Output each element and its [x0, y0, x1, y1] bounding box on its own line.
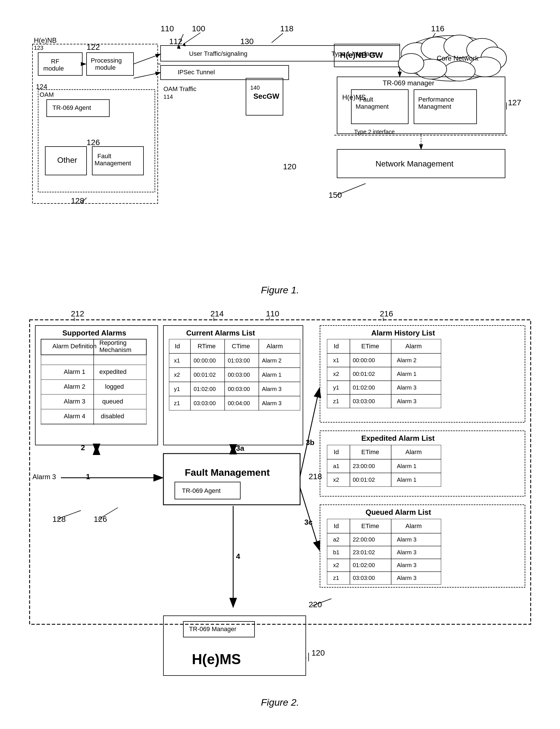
- svg-point-26: [398, 54, 424, 73]
- ca-r1-ctime: 01:03:00: [228, 358, 250, 364]
- ea-r1-id: a1: [333, 463, 339, 469]
- qa-r4-id: z1: [333, 575, 339, 581]
- ah-r4-id: z1: [333, 398, 339, 404]
- fig2-ref-128: 128: [52, 515, 66, 523]
- ca-r3-id: y1: [174, 386, 180, 392]
- ref-122: 122: [87, 43, 100, 52]
- ca-r1-alarm: Alarm 2: [262, 358, 282, 364]
- alarm3-input: Alarm 3: [32, 473, 56, 480]
- ah-r1-id: x1: [333, 357, 339, 364]
- ref-124: 124: [36, 83, 47, 91]
- figure1-diagram: 100 118 116 H(e)NB 123 RF module Process…: [24, 17, 536, 273]
- svg-line-33: [337, 184, 366, 195]
- step3c-label: 3c: [304, 518, 313, 526]
- step1-label: 1: [86, 472, 90, 481]
- ah-r3-id: y1: [333, 384, 339, 391]
- ea-id-header: Id: [334, 448, 339, 455]
- rf-module-label2: module: [43, 65, 64, 72]
- type2-label: Type 2 interface: [354, 129, 395, 135]
- oam-traffic-label: OAM Traffic: [163, 85, 196, 93]
- ca-r3-rtime: 01:02:00: [194, 386, 216, 392]
- ah-r3-etime: 01:02:00: [353, 384, 375, 391]
- step4-label: 4: [236, 552, 240, 560]
- fault-mgmt-center: Fault Management: [185, 467, 270, 478]
- ah-r4-alarm: Alarm 3: [397, 398, 417, 404]
- svg-rect-47: [30, 320, 531, 624]
- ca-alarm-header: Alarm: [266, 343, 283, 350]
- reporting-header: Reporting: [99, 339, 126, 346]
- qa-r2-alarm: Alarm 3: [397, 549, 417, 555]
- ref-127: 127: [508, 98, 521, 107]
- ea-alarm-header: Alarm: [405, 448, 422, 455]
- network-mgmt-label: Network Management: [376, 159, 454, 168]
- ca-r2-id: x2: [174, 371, 180, 378]
- ca-r1-rtime: 00:00:00: [194, 358, 216, 364]
- core-network-label: Core Network: [437, 54, 479, 62]
- ea-r2-etime: 00:01:02: [353, 476, 375, 483]
- ca-r4-rtime: 03:03:00: [194, 400, 216, 406]
- svg-line-2: [272, 33, 283, 43]
- ah-r1-alarm: Alarm 2: [397, 357, 417, 364]
- qa-r4-alarm: Alarm 3: [397, 575, 417, 581]
- ah-r2-alarm: Alarm 1: [397, 371, 417, 377]
- qa-r3-id: x2: [333, 562, 339, 568]
- ca-r2-rtime: 00:01:02: [194, 371, 216, 378]
- ca-id-header: Id: [175, 343, 180, 350]
- queued-title: Queued Alarm List: [366, 508, 431, 516]
- step3a-label: 3a: [236, 444, 244, 452]
- ah-etime-header: ETime: [361, 343, 379, 350]
- alarm2-cell: Alarm 2: [64, 383, 85, 390]
- qa-r3-alarm: Alarm 3: [397, 562, 417, 568]
- page: 100 118 116 H(e)NB 123 RF module Process…: [0, 0, 560, 729]
- ah-alarm-header: Alarm: [405, 343, 422, 350]
- qa-r1-alarm: Alarm 3: [397, 536, 417, 543]
- qa-id-header: Id: [334, 522, 339, 529]
- svg-rect-60: [41, 339, 94, 424]
- henb-label: H(e)NB: [34, 36, 57, 44]
- qa-r2-etime: 23:01:02: [353, 549, 375, 555]
- ah-id-header: Id: [334, 343, 339, 350]
- fig2-ref-126: 126: [94, 515, 107, 523]
- ea-r2-id: x2: [333, 476, 339, 483]
- mech4-cell: disabled: [101, 412, 124, 420]
- ca-r3-ctime: 00:03:00: [228, 386, 250, 392]
- mech3-cell: queued: [102, 398, 123, 405]
- svg-rect-5: [38, 53, 82, 75]
- ref-150: 150: [329, 191, 342, 200]
- ea-r2-alarm: Alarm 1: [397, 476, 417, 483]
- ref-140: 140: [250, 85, 260, 91]
- ref-123: 123: [34, 45, 43, 51]
- ca-r2-alarm: Alarm 1: [262, 371, 282, 378]
- svg-rect-83: [320, 326, 525, 422]
- ipsec-label: IPSec Tunnel: [178, 69, 215, 76]
- ea-r1-etime: 23:00:00: [353, 463, 375, 469]
- supported-alarms-title: Supported Alarms: [62, 329, 126, 337]
- perf-mgmt-label: Performance: [418, 96, 454, 103]
- ah-r4-etime: 03:03:00: [353, 398, 375, 404]
- fig2-ref-110: 110: [266, 309, 279, 318]
- ea-etime-header: ETime: [361, 448, 379, 455]
- ref-114: 114: [163, 94, 173, 100]
- alarm4-cell: Alarm 4: [64, 412, 85, 420]
- ref-100: 100: [192, 24, 205, 33]
- figure2-label: Figure 2.: [23, 697, 537, 708]
- fault-mgmt2-label: Fault: [359, 96, 373, 103]
- tr069-agent2: TR-069 Agent: [182, 487, 221, 494]
- ref-120: 120: [283, 162, 296, 171]
- ca-r3-alarm: Alarm 3: [262, 386, 282, 392]
- alarm3-cell: Alarm 3: [64, 398, 85, 405]
- fig2-ref-212: 212: [71, 309, 84, 318]
- ca-r2-ctime: 00:03:00: [228, 371, 250, 378]
- alarm1-cell: Alarm 1: [64, 368, 85, 375]
- hems2: H(e)MS: [192, 651, 241, 667]
- processing-label: Processing: [91, 57, 122, 64]
- fig2-ref-120: 120: [311, 648, 325, 657]
- svg-rect-125: [163, 453, 300, 505]
- ah-r2-etime: 00:01:02: [353, 371, 375, 377]
- step3b-label: 3b: [306, 438, 314, 447]
- step2-label: 2: [81, 443, 85, 452]
- fault-mgmt-label2: Management: [95, 160, 131, 167]
- tr069-agent-label: TR-069 Agent: [52, 104, 91, 111]
- ref-118: 118: [280, 24, 294, 33]
- ca-r1-id: x1: [174, 358, 180, 364]
